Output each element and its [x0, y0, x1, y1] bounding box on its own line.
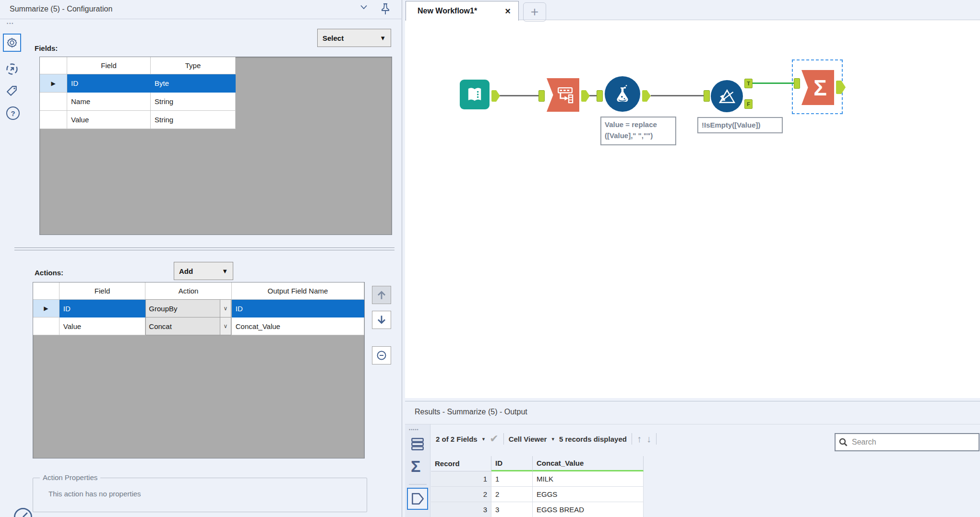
type-cell[interactable]: String: [151, 93, 236, 111]
field-cell[interactable]: Value: [67, 111, 151, 129]
data-view-icon[interactable]: [410, 437, 425, 451]
fields-row-value[interactable]: Value String: [40, 111, 392, 129]
performance-gauge-icon[interactable]: [12, 506, 34, 517]
concat-value-cell[interactable]: EGGS BREAD: [533, 502, 644, 517]
input-port[interactable]: [597, 90, 603, 102]
output-field-cell[interactable]: ID: [232, 300, 364, 317]
actions-table: Field Action Output Field Name ▶ ID Grou…: [33, 282, 365, 458]
action-field-cell[interactable]: ID: [60, 300, 146, 317]
results-header-record[interactable]: Record: [431, 456, 491, 471]
fields-row-name[interactable]: Name String: [40, 93, 392, 111]
actions-row-concat[interactable]: Value Concat ∨ Concat_Value: [33, 317, 364, 335]
fields-row-id[interactable]: ▶ ID Byte: [40, 74, 392, 93]
move-down-button[interactable]: [372, 311, 391, 329]
remove-action-button[interactable]: [372, 346, 391, 364]
panel-drag-handle[interactable]: •••: [7, 21, 14, 26]
panel-splitter[interactable]: [14, 247, 394, 248]
action-dropdown[interactable]: GroupBy ∨: [145, 299, 231, 317]
results-drag-handle[interactable]: •••••: [409, 427, 419, 432]
row-selector-cell[interactable]: [40, 93, 67, 111]
output-port[interactable]: [581, 90, 590, 102]
output-port[interactable]: [642, 90, 651, 102]
fields-header-row: Field Type: [40, 57, 392, 74]
record-number-cell[interactable]: 2: [431, 487, 491, 502]
new-workflow-tab-button[interactable]: +: [523, 2, 546, 22]
filter-true-port[interactable]: T: [744, 79, 753, 88]
row-selector-cell[interactable]: [33, 317, 60, 335]
filter-tool[interactable]: [711, 80, 743, 112]
type-cell[interactable]: Byte: [151, 74, 236, 93]
chevron-down-icon[interactable]: ∨: [220, 300, 231, 317]
add-dropdown-button[interactable]: Add ▼: [174, 262, 233, 280]
close-icon[interactable]: ×: [505, 6, 511, 16]
actions-row-groupby[interactable]: ▶ ID GroupBy ∨ ID: [33, 300, 364, 317]
pin-icon[interactable]: [380, 3, 391, 15]
results-row[interactable]: 3 3 EGGS BREAD: [431, 502, 644, 517]
text-to-columns-tool[interactable]: [547, 78, 579, 112]
results-row[interactable]: 2 2 EGGS: [431, 487, 644, 502]
apply-check-icon[interactable]: ✔: [490, 433, 498, 445]
results-header-id[interactable]: ID: [491, 456, 533, 471]
summarize-anchor-icon[interactable]: Σ: [411, 458, 420, 474]
action-combo-cell[interactable]: GroupBy ∨: [145, 300, 231, 317]
action-dropdown[interactable]: Concat ∨: [145, 317, 231, 335]
toolbar-separator: [656, 433, 657, 445]
search-input[interactable]: [851, 437, 976, 447]
configuration-tab-gear-icon[interactable]: [3, 34, 21, 52]
chevron-down-icon[interactable]: ▾: [551, 436, 554, 442]
row-selector-cell[interactable]: ▶: [33, 300, 60, 317]
row-selector-cell[interactable]: [40, 111, 67, 129]
workflow-tab-active[interactable]: New Workflow1* ×: [406, 1, 519, 21]
formula-tool[interactable]: [605, 76, 640, 112]
action-combo-cell[interactable]: Concat ∨: [145, 317, 231, 335]
select-dropdown-button[interactable]: Select ▼: [317, 29, 391, 47]
row-selector-cell[interactable]: ▶: [40, 74, 67, 93]
scroll-down-icon[interactable]: ↓: [646, 434, 651, 445]
fields-summary-dropdown[interactable]: 2 of 2 Fields: [436, 435, 478, 443]
collapse-chevron-icon[interactable]: [360, 5, 368, 10]
output-port[interactable]: [491, 90, 500, 102]
results-search-box[interactable]: [835, 433, 980, 451]
panel-splitter[interactable]: [14, 250, 394, 250]
cell-viewer-dropdown[interactable]: Cell Viewer: [509, 435, 547, 443]
connection-formula-to-filter: [651, 95, 705, 96]
input-port[interactable]: [704, 90, 710, 102]
input-data-tool[interactable]: [460, 80, 490, 109]
chevron-down-icon[interactable]: ∨: [220, 317, 231, 335]
id-cell[interactable]: 3: [491, 502, 533, 517]
help-tab-icon[interactable]: ?: [6, 106, 20, 120]
move-up-button[interactable]: [372, 286, 391, 304]
navigation-tab-icon[interactable]: [5, 62, 19, 76]
id-cell[interactable]: 2: [491, 487, 533, 502]
concat-value-cell[interactable]: EGGS: [533, 487, 644, 502]
actions-header-field: Field: [60, 282, 145, 300]
results-row[interactable]: 1 1 MILK: [431, 471, 644, 487]
record-number-cell[interactable]: 1: [431, 471, 491, 487]
output-port[interactable]: [836, 81, 846, 94]
field-cell[interactable]: Name: [67, 93, 151, 111]
scroll-up-icon[interactable]: ↑: [637, 434, 642, 445]
output-field-cell[interactable]: Concat_Value: [232, 317, 364, 335]
input-port[interactable]: [538, 90, 545, 102]
input-port[interactable]: [794, 78, 800, 89]
formula-annotation[interactable]: Value = replace ([Value]," ",""): [600, 117, 676, 145]
actions-header-row: Field Action Output Field Name: [33, 282, 364, 300]
workflow-canvas[interactable]: + New Workflow1* ×: [405, 0, 980, 398]
action-properties-group: Action Properties This action has no pro…: [33, 478, 367, 512]
results-table: Record ID Concat_Value 1 1 MILK 2 2 EGGS…: [431, 456, 644, 517]
results-header-concat-value[interactable]: Concat_Value: [533, 456, 644, 471]
record-number-cell[interactable]: 3: [431, 502, 491, 517]
annotation-tag-tab-icon[interactable]: [5, 84, 19, 98]
field-cell[interactable]: ID: [67, 74, 151, 93]
concat-value-cell[interactable]: MILK: [533, 471, 644, 487]
output-anchor-button[interactable]: [407, 488, 428, 510]
chevron-down-icon[interactable]: ▾: [482, 436, 485, 442]
configuration-panel: Summarize (5) - Configuration •••: [0, 0, 402, 517]
type-cell[interactable]: String: [151, 111, 236, 129]
filter-false-port[interactable]: F: [744, 99, 753, 109]
action-field-cell[interactable]: Value: [60, 317, 146, 335]
id-cell[interactable]: 1: [491, 471, 533, 487]
fields-header-type: Type: [151, 57, 236, 74]
filter-annotation[interactable]: !IsEmpty([Value]): [697, 117, 783, 133]
connection-filter-true-to-summarize: [752, 82, 795, 84]
